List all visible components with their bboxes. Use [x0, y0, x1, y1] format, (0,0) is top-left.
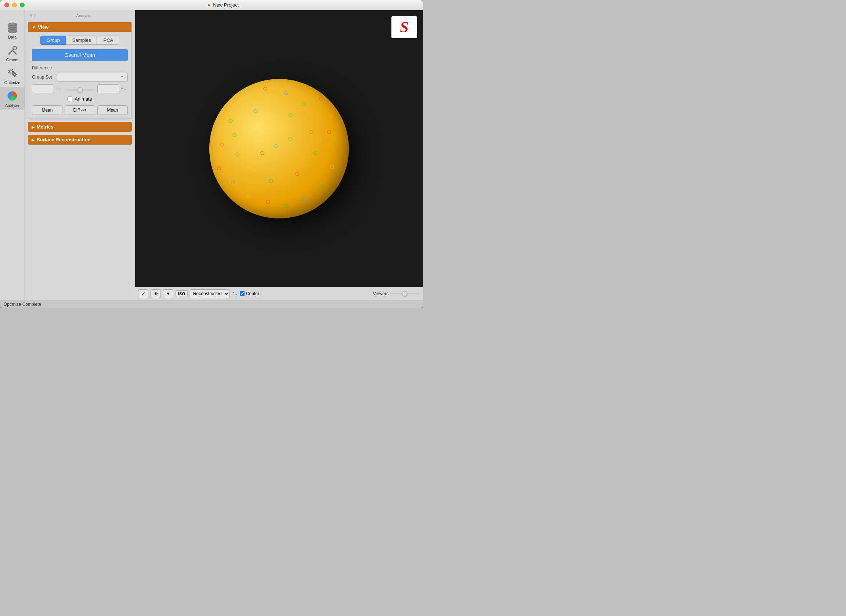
svg-point-8	[13, 46, 16, 50]
sphere-dot: ⬠	[284, 90, 288, 95]
panel-help-icon[interactable]: ?	[34, 13, 35, 18]
eye-dropdown-icon: ▼	[166, 291, 170, 296]
metrics-label: Metrics	[37, 124, 54, 130]
svg-point-13	[13, 73, 16, 76]
panel-close-icon[interactable]: ✕	[29, 13, 33, 18]
center-checkbox-row: Center	[240, 291, 259, 296]
sphere-dot: ⬠	[253, 108, 257, 113]
status-text: Optimize Complete	[4, 302, 41, 307]
tab-pca[interactable]: PCA	[97, 35, 119, 45]
sphere-dot: ⬠	[288, 136, 292, 141]
sphere-dot: ⬠	[302, 196, 306, 201]
tools-icon	[6, 44, 19, 57]
eye-icon: 👁	[154, 292, 158, 296]
reconstructed-select[interactable]: Reconstructed Original	[190, 289, 229, 298]
iso-label: ISO	[178, 292, 185, 296]
left-spinner[interactable]	[32, 84, 54, 93]
3d-sphere: ⬠ ⬠ ⬠ ⬠ ⬠ ⬠ ⬠ ⬠ ⬠ ⬠ ⬠ ⬠ ⬠ ⬠ ⬠	[209, 79, 349, 219]
sphere-dot: ⬠	[228, 118, 232, 123]
reconstructed-dropdown-icon: ⌃⌄	[232, 292, 238, 296]
difference-label: Difference	[32, 65, 128, 70]
sidebar-drag-handle: · · · · · ·	[4, 13, 21, 16]
center-checkbox[interactable]	[240, 291, 245, 296]
gears-icon	[6, 66, 19, 80]
group-set-select-container: ⌃⌄	[57, 73, 128, 82]
mean-diff-row: Mean Diff --> Mean	[32, 106, 128, 115]
iso-button[interactable]: ISO	[176, 290, 188, 297]
svg-line-9	[13, 51, 16, 54]
sidebar-item-optimize[interactable]: Optimize	[0, 64, 25, 87]
view-section-header[interactable]: View	[28, 22, 131, 32]
mean-left-button[interactable]: Mean	[32, 106, 62, 115]
right-spinner-arrows-icon: ⌃⌄	[120, 87, 126, 91]
animate-label: Animate	[75, 96, 92, 102]
sphere-dot: ⬠	[329, 114, 333, 119]
sphere-dot: ⬠	[266, 199, 270, 204]
sphere-dot: ⬠	[263, 86, 267, 91]
close-button[interactable]	[4, 3, 9, 7]
database-icon	[6, 21, 19, 34]
sidebar-item-analyze[interactable]: Analyze	[0, 87, 25, 110]
chart-icon	[6, 89, 19, 103]
sphere-dot: ⬠	[253, 129, 257, 134]
window-title: ● New Project	[28, 2, 419, 8]
metrics-chevron-icon	[32, 124, 35, 130]
view-chevron-icon	[32, 24, 35, 30]
eye-button[interactable]: 👁	[151, 289, 161, 298]
fit-view-button[interactable]: ⤢	[138, 289, 148, 298]
group-set-label: Group Set	[32, 75, 54, 80]
status-bar: Optimize Complete	[0, 300, 423, 308]
fit-view-icon: ⤢	[142, 291, 145, 296]
sphere-dot: ⬠	[288, 112, 292, 118]
sidebar-item-data[interactable]: Data	[0, 19, 25, 41]
overall-mean-button[interactable]: Overall Mean	[32, 49, 128, 61]
diff-arrow-button[interactable]: Diff -->	[65, 106, 95, 115]
diff-slider[interactable]	[65, 89, 95, 91]
sphere-dot: ⬠	[334, 142, 338, 147]
sphere-dot: ⬠	[231, 179, 235, 185]
main-window: ● New Project · · · · · ·	[0, 0, 423, 308]
view-tab-group: Group Samples PCA	[32, 35, 128, 45]
sphere-dot: ⬠	[220, 142, 224, 147]
surface-recon-label: Surface Reconstruction	[37, 137, 91, 142]
sphere-container: ⬠ ⬠ ⬠ ⬠ ⬠ ⬠ ⬠ ⬠ ⬠ ⬠ ⬠ ⬠ ⬠ ⬠ ⬠	[209, 79, 349, 219]
group-set-row: Group Set ⌃⌄	[32, 73, 128, 82]
sphere-dot: ⬠	[235, 151, 239, 157]
sphere-dot: ⬠	[242, 95, 247, 101]
sphere-dot: ⬠	[247, 164, 250, 169]
minimize-button[interactable]	[12, 3, 17, 7]
viewport-toolbar: ⤢ 👁 ▼ ISO Reconstructed Original ⌃⌄	[135, 287, 423, 300]
eye-dropdown-button[interactable]: ▼	[163, 289, 173, 298]
animate-row: Animate	[32, 96, 128, 102]
left-spinner-container: ⌃⌄	[32, 84, 62, 93]
group-set-select[interactable]	[57, 73, 128, 82]
sphere-dot: ⬠	[269, 178, 273, 183]
center-label: Center	[246, 291, 259, 296]
maximize-button[interactable]	[20, 3, 25, 7]
metrics-section[interactable]: Metrics	[28, 122, 132, 132]
viewport: S ⬠ ⬠ ⬠ ⬠ ⬠ ⬠ ⬠ ⬠ ⬠ ⬠	[135, 10, 423, 300]
right-spinner[interactable]	[97, 84, 119, 93]
tab-samples[interactable]: Samples	[66, 35, 97, 45]
surface-reconstruction-section[interactable]: Surface Reconstruction	[28, 135, 132, 145]
sphere-dot: ⬠	[330, 164, 334, 169]
sphere-dot: ⬠	[274, 143, 278, 148]
svg-point-6	[8, 29, 17, 33]
sidebar-item-groom[interactable]: Groom	[0, 41, 25, 64]
view-section: View Group Samples PCA Overall Mean Diff…	[28, 22, 132, 119]
slider-row: ⌃⌄ ⌃⌄	[32, 84, 128, 93]
svg-point-11	[10, 70, 12, 73]
animate-checkbox[interactable]	[68, 97, 72, 101]
panel-title: Analysis ✕ ?	[28, 13, 132, 18]
sphere-dot: ⬠	[260, 150, 264, 155]
tab-group[interactable]: Group	[40, 35, 66, 45]
left-panel: Analysis ✕ ? View Group Samples PCA	[25, 10, 135, 300]
sphere-dot: ⬠	[247, 193, 250, 199]
sphere-dot: ⬠	[284, 203, 288, 208]
left-spinner-arrows-icon: ⌃⌄	[55, 87, 61, 91]
mean-right-button[interactable]: Mean	[97, 106, 128, 115]
viewers-slider[interactable]	[391, 293, 420, 295]
sphere-dot: ⬠	[309, 129, 313, 134]
right-spinner-container: ⌃⌄	[97, 84, 128, 93]
sphere-dot: ⬠	[313, 150, 317, 155]
